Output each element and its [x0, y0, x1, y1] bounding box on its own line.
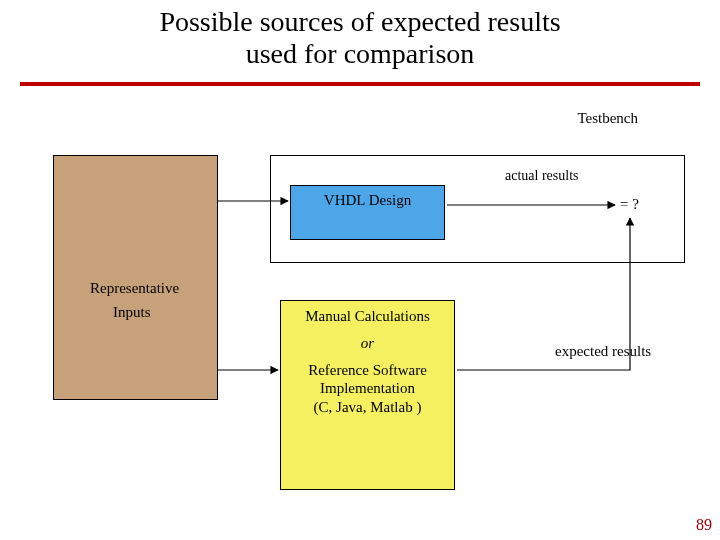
title-underline — [20, 82, 700, 86]
expected-results-label: expected results — [555, 343, 651, 360]
title-line-2: used for comparison — [246, 38, 475, 69]
vhdl-design-box: VHDL Design — [290, 185, 445, 240]
vhdl-design-label: VHDL Design — [324, 192, 411, 208]
slide-title: Possible sources of expected results use… — [0, 0, 720, 70]
manual-calculations-label: Manual Calculations — [281, 307, 454, 326]
or-label: or — [281, 334, 454, 353]
reference-software-line3: (C, Java, Matlab ) — [281, 398, 454, 417]
representative-inputs-box — [53, 155, 218, 400]
representative-label: Representative — [90, 280, 179, 297]
actual-results-label: actual results — [505, 168, 578, 184]
testbench-label: Testbench — [577, 110, 638, 127]
reference-impl-box: Manual Calculations or Reference Softwar… — [280, 300, 455, 490]
comparator-label: = ? — [620, 196, 639, 213]
reference-software-line2: Implementation — [281, 379, 454, 398]
title-line-1: Possible sources of expected results — [159, 6, 560, 37]
reference-software-line1: Reference Software — [281, 361, 454, 380]
inputs-label: Inputs — [113, 304, 151, 321]
page-number: 89 — [696, 516, 712, 534]
